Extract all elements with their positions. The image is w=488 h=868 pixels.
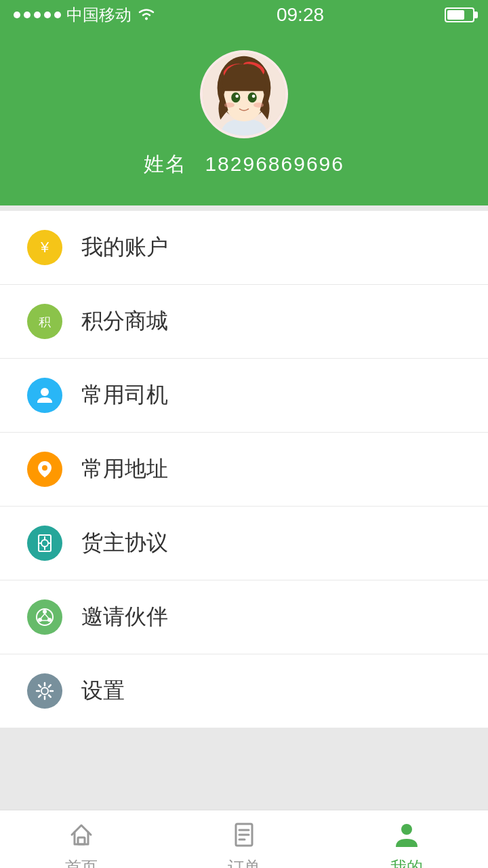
svg-point-9: [235, 94, 239, 98]
svg-line-23: [45, 614, 49, 618]
wifi-icon: [137, 6, 156, 24]
invite-label: 邀请伙伴: [81, 602, 168, 632]
battery-icon: [445, 7, 474, 22]
settings-icon: [27, 673, 62, 709]
svg-rect-27: [78, 837, 85, 844]
settings-label: 设置: [81, 676, 125, 706]
address-label: 常用地址: [81, 454, 168, 484]
gray-spacer: [0, 728, 488, 810]
nav-home[interactable]: 首页: [0, 817, 163, 869]
svg-point-20: [43, 610, 47, 614]
profile-header: 姓名 18296869696: [0, 30, 488, 205]
menu-item-driver[interactable]: 常用司机: [0, 359, 488, 433]
header-separator: [0, 205, 488, 211]
status-bar: 中国移动 09:28: [0, 0, 488, 30]
agreement-label: 货主协议: [81, 528, 168, 558]
svg-text:¥: ¥: [40, 239, 49, 256]
points-icon: 积: [27, 304, 62, 339]
bottom-navigation: 首页 订单 我的: [0, 810, 488, 868]
me-nav-label: 我的: [390, 856, 423, 869]
svg-point-11: [224, 102, 235, 108]
avatar[interactable]: [200, 50, 288, 138]
driver-icon: [27, 378, 62, 413]
orders-icon: [226, 817, 262, 852]
nav-orders[interactable]: 订单: [163, 817, 325, 869]
svg-point-8: [248, 92, 257, 102]
points-label: 积分商城: [81, 307, 168, 336]
home-icon: [64, 817, 99, 852]
menu-item-address[interactable]: 常用地址: [0, 433, 488, 507]
menu-item-settings[interactable]: 设置: [0, 654, 488, 728]
menu-list: ¥ 我的账户 积 积分商城 常用司机 常用地址: [0, 211, 488, 728]
invite-icon: [27, 599, 62, 635]
orders-nav-label: 订单: [228, 856, 260, 869]
svg-point-32: [401, 824, 412, 835]
address-icon: [27, 452, 62, 487]
menu-item-agreement[interactable]: 货主协议: [0, 507, 488, 580]
svg-point-21: [47, 618, 52, 622]
svg-point-0: [145, 17, 148, 20]
account-label: 我的账户: [81, 233, 168, 262]
svg-point-22: [38, 618, 42, 622]
svg-point-26: [41, 688, 48, 694]
user-info: 姓名 18296869696: [144, 151, 344, 178]
svg-point-18: [41, 540, 48, 547]
svg-point-15: [41, 388, 49, 396]
status-left: 中国移动: [14, 4, 156, 26]
account-icon: ¥: [27, 230, 62, 265]
svg-point-16: [42, 465, 47, 471]
svg-text:积: 积: [39, 315, 51, 329]
svg-line-24: [41, 614, 45, 618]
svg-point-10: [252, 94, 256, 98]
menu-item-invite[interactable]: 邀请伙伴: [0, 580, 488, 654]
menu-item-points[interactable]: 积 积分商城: [0, 285, 488, 359]
user-phone: 18296869696: [205, 153, 344, 175]
home-nav-label: 首页: [65, 856, 98, 869]
status-right: [445, 7, 474, 22]
time-display: 09:28: [277, 4, 324, 26]
user-name: 姓名: [144, 153, 187, 175]
svg-point-7: [231, 92, 240, 102]
agreement-icon: [27, 526, 62, 561]
svg-point-12: [253, 102, 264, 108]
signal-dots: [14, 12, 61, 18]
menu-item-account[interactable]: ¥ 我的账户: [0, 211, 488, 285]
nav-me[interactable]: 我的: [325, 817, 488, 869]
carrier-label: 中国移动: [66, 4, 131, 26]
me-icon: [389, 817, 424, 852]
driver-label: 常用司机: [81, 380, 168, 410]
